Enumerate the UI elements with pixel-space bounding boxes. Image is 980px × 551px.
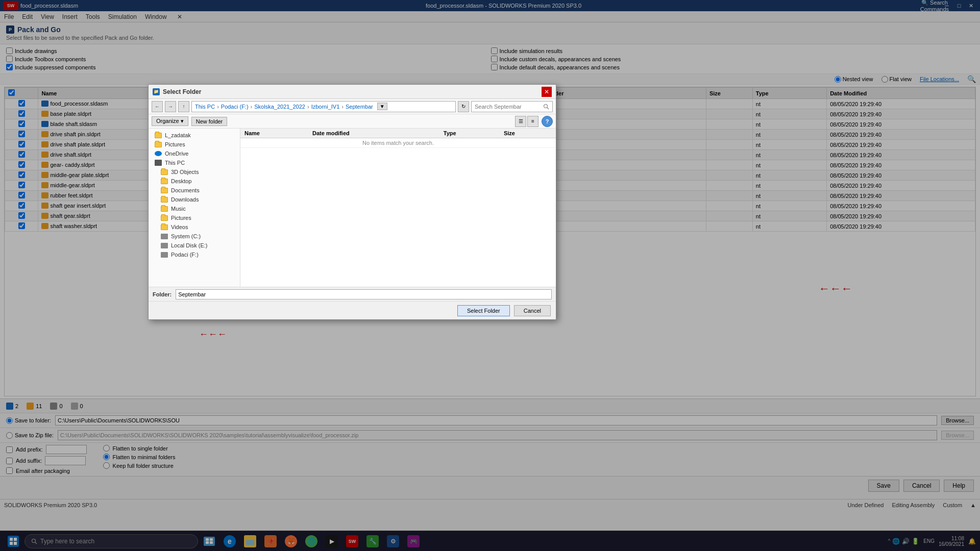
onedrive-icon [155, 151, 162, 156]
col-name-header[interactable]: Name [240, 129, 308, 138]
sidebar-onedrive[interactable]: OneDrive [149, 149, 240, 158]
dialog-search-input[interactable] [471, 101, 553, 112]
sidebar-pictures[interactable]: Pictures [149, 213, 240, 222]
sidebar-local-e[interactable]: Local Disk (E:) [149, 241, 240, 250]
dialog-cancel-btn[interactable]: Cancel [514, 305, 551, 316]
dialog-title: 📁 Select Folder [153, 88, 201, 95]
sidebar-pictures-top[interactable]: Pictures [149, 140, 240, 149]
dialog-file-table: Name Date modified Type Size No items ma… [240, 129, 556, 148]
sidebar-downloads[interactable]: Downloads [149, 195, 240, 204]
folder-icon [161, 179, 168, 184]
folder-label: Folder: [153, 291, 172, 297]
view-list-btn[interactable]: ☰ [515, 116, 526, 127]
sidebar-documents[interactable]: Documents [149, 186, 240, 195]
drive-icon [161, 243, 168, 248]
dialog-title-bar: 📁 Select Folder ✕ [149, 85, 556, 99]
view-details-btn[interactable]: ≡ [527, 116, 538, 127]
col-size-header[interactable]: Size [500, 129, 556, 138]
sidebar-music[interactable]: Music [149, 204, 240, 213]
no-items-message: No items match your search. [240, 138, 556, 148]
select-folder-btn[interactable]: Select Folder [457, 305, 510, 316]
dialog-overlay: 📁 Select Folder ✕ ← → ↑ This PC › Podaci… [0, 0, 980, 551]
computer-icon [155, 160, 162, 166]
breadcrumb-bar[interactable]: This PC › Podaci (F:) › Skolska_2021_202… [191, 101, 456, 112]
dialog-main-area: Name Date modified Type Size No items ma… [240, 129, 556, 287]
view-toggle: ☰ ≡ [515, 116, 538, 127]
nav-forward-btn[interactable]: → [165, 101, 176, 112]
folder-icon [161, 169, 168, 175]
dialog-toolbar: Organize ▾ New folder ☰ ≡ ? [149, 114, 556, 129]
folder-icon [161, 206, 168, 212]
dialog-nav-bar: ← → ↑ This PC › Podaci (F:) › Skolska_20… [149, 99, 556, 114]
sidebar-this-pc[interactable]: This PC [149, 158, 240, 167]
dialog-close-btn[interactable]: ✕ [542, 87, 552, 97]
sidebar-system-c[interactable]: System (C:) [149, 232, 240, 241]
organize-btn[interactable]: Organize ▾ [152, 116, 188, 126]
dialog-folder-icon: 📁 [153, 88, 160, 95]
breadcrumb-thispc[interactable]: This PC [195, 104, 215, 110]
drive-icon [161, 252, 168, 258]
folder-name-input[interactable] [176, 289, 552, 299]
col-datemod-header[interactable]: Date modified [308, 129, 439, 138]
folder-icon [161, 215, 168, 221]
select-folder-dialog: 📁 Select Folder ✕ ← → ↑ This PC › Podaci… [148, 84, 556, 320]
nav-up-btn[interactable]: ↑ [178, 101, 189, 112]
new-folder-btn[interactable]: New folder [191, 117, 228, 126]
folder-icon [161, 188, 168, 193]
nav-refresh-btn[interactable]: ↻ [458, 101, 469, 112]
folder-icon [161, 197, 168, 203]
dialog-sidebar: L_zadatak Pictures OneDrive This PC 3D O… [149, 129, 240, 287]
nav-back-btn[interactable]: ← [152, 101, 163, 112]
breadcrumb-septembar[interactable]: Septembar [346, 104, 373, 110]
sidebar-videos[interactable]: Videos [149, 222, 240, 232]
sidebar-3dobjects[interactable]: 3D Objects [149, 167, 240, 177]
breadcrumb-skolska[interactable]: Skolska_2021_2022 [254, 104, 305, 110]
dialog-help-btn[interactable]: ? [542, 116, 553, 127]
dialog-action-buttons: Select Folder Cancel [149, 301, 556, 319]
folder-icon [161, 224, 168, 230]
folder-icon [155, 133, 162, 138]
drive-icon [161, 234, 168, 239]
folder-input-bar: Folder: [149, 287, 556, 301]
sidebar-lzadatak[interactable]: L_zadatak [149, 131, 240, 140]
col-type-header[interactable]: Type [439, 129, 500, 138]
breadcrumb-podaci[interactable]: Podaci (F:) [221, 104, 249, 110]
dialog-body: L_zadatak Pictures OneDrive This PC 3D O… [149, 129, 556, 287]
breadcrumb-izborni[interactable]: Izborni_IV1 [311, 104, 340, 110]
breadcrumb-dropdown-btn[interactable]: ▼ [377, 103, 387, 110]
sidebar-podaci-f[interactable]: Podaci (F:) [149, 250, 240, 259]
folder-icon [155, 142, 162, 147]
sidebar-desktop[interactable]: Desktop [149, 177, 240, 186]
